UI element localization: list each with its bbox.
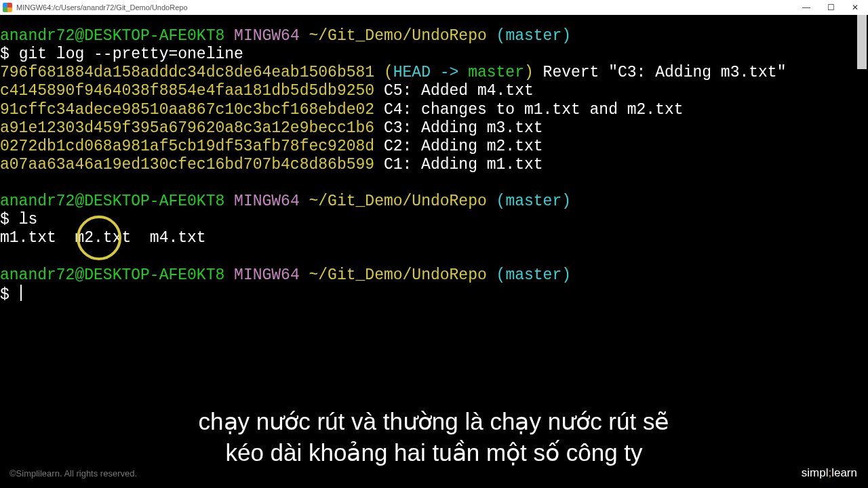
close-button[interactable]: ✕ bbox=[849, 1, 861, 14]
window-title: MINGW64:/c/Users/anandr72/Git_Demo/UndoR… bbox=[16, 3, 188, 12]
window-titlebar: MINGW64:/c/Users/anandr72/Git_Demo/UndoR… bbox=[0, 0, 868, 15]
text-cursor bbox=[20, 285, 22, 301]
command-line-2: $ ls bbox=[0, 211, 868, 229]
log-row: 0272db1cd068a981af5cb19df53afb78fec9208d… bbox=[0, 138, 868, 156]
subtitle-caption: chạy nước rút và thường là chạy nước rút… bbox=[0, 406, 868, 468]
ls-output: m1.txt m2.txt m4.txt bbox=[0, 229, 868, 247]
command-line-3[interactable]: $ bbox=[0, 285, 868, 304]
minimize-button[interactable]: — bbox=[800, 1, 812, 14]
prompt-line-2: anandr72@DESKTOP-AFE0KT8 MINGW64 ~/Git_D… bbox=[0, 192, 868, 211]
log-row: 91cffc34adece98510aa867c10c3bcf168ebde02… bbox=[0, 101, 868, 119]
log-row: a91e12303d459f395a679620a8c3a12e9becc1b6… bbox=[0, 119, 868, 138]
log-row: c4145890f9464038f8854e4faa181db5d5db9250… bbox=[0, 82, 868, 100]
maximize-button[interactable]: ☐ bbox=[825, 1, 837, 14]
prompt-line-1: anandr72@DESKTOP-AFE0KT8 MINGW64 ~/Git_D… bbox=[0, 27, 868, 45]
log-row: a07aa63a46a19ed130cfec16bd707b4c8d86b599… bbox=[0, 156, 868, 174]
scrollbar[interactable] bbox=[857, 15, 867, 69]
prompt-line-3: anandr72@DESKTOP-AFE0KT8 MINGW64 ~/Git_D… bbox=[0, 266, 868, 285]
copyright-text: ©Simplilearn. All rights reserved. bbox=[9, 468, 137, 479]
command-line-1: $ git log --pretty=oneline bbox=[0, 45, 868, 64]
app-icon bbox=[3, 3, 12, 12]
log-row: 796f681884da158adddc34dc8de64eab1506b581… bbox=[0, 64, 868, 82]
brand-logo: simpl;learn bbox=[802, 466, 857, 480]
